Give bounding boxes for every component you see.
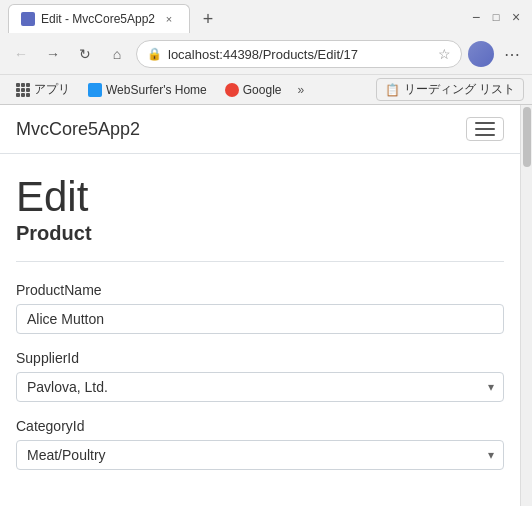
apps-icon — [16, 83, 30, 97]
apps-label: アプリ — [34, 81, 70, 98]
websurfer-label: WebSurfer's Home — [106, 83, 207, 97]
bookmark-apps[interactable]: アプリ — [8, 78, 78, 101]
reading-list-label: リーディング リスト — [404, 81, 515, 98]
minimize-button[interactable]: − — [468, 9, 484, 25]
tab-close-button[interactable]: × — [161, 11, 177, 27]
category-id-label: CategoryId — [16, 418, 504, 434]
page-subtitle: Product — [16, 222, 504, 245]
category-id-select-wrapper: Meat/Poultry ▾ — [16, 440, 504, 470]
reading-list-button[interactable]: 📋 リーディング リスト — [376, 78, 524, 101]
reading-list-icon: 📋 — [385, 83, 400, 97]
bookmark-star-icon[interactable]: ☆ — [438, 46, 451, 62]
browser-chrome: Edit - MvcCore5App2 × + − □ × ← → ↻ ⌂ 🔒 … — [0, 0, 532, 105]
app-content: MvcCore5App2 Edit Product ProductName Su… — [0, 105, 520, 506]
page-title: Edit — [16, 174, 504, 220]
tab-bar: Edit - MvcCore5App2 × + — [8, 1, 462, 33]
forward-button[interactable]: → — [40, 41, 66, 67]
supplier-id-select-wrapper: Pavlova, Ltd. ▾ — [16, 372, 504, 402]
product-name-input[interactable] — [16, 304, 504, 334]
product-name-group: ProductName — [16, 282, 504, 334]
content-wrapper: MvcCore5App2 Edit Product ProductName Su… — [0, 105, 532, 506]
maximize-button[interactable]: □ — [488, 9, 504, 25]
scrollbar-thumb[interactable] — [523, 107, 531, 167]
websurfer-favicon — [88, 83, 102, 97]
tab-favicon — [21, 12, 35, 26]
bookmarks-more-button[interactable]: » — [291, 80, 310, 100]
category-id-select[interactable]: Meat/Poultry — [16, 440, 504, 470]
supplier-id-select[interactable]: Pavlova, Ltd. — [16, 372, 504, 402]
address-bar-row: ← → ↻ ⌂ 🔒 localhost:44398/Products/Edit/… — [0, 34, 532, 74]
title-bar: Edit - MvcCore5App2 × + − □ × — [0, 0, 532, 34]
toggler-bar-2 — [475, 128, 495, 130]
back-button[interactable]: ← — [8, 41, 34, 67]
address-box[interactable]: 🔒 localhost:44398/Products/Edit/17 ☆ — [136, 40, 462, 68]
category-id-group: CategoryId Meat/Poultry ▾ — [16, 418, 504, 470]
toggler-bar-3 — [475, 134, 495, 136]
navbar: MvcCore5App2 — [0, 105, 520, 154]
supplier-id-group: SupplierId Pavlova, Ltd. ▾ — [16, 350, 504, 402]
scrollbar-track[interactable] — [520, 105, 532, 506]
close-button[interactable]: × — [508, 9, 524, 25]
bookmarks-bar: アプリ WebSurfer's Home Google » 📋 リーディング リ… — [0, 74, 532, 104]
url-text: localhost:44398/Products/Edit/17 — [168, 47, 432, 62]
bookmark-google[interactable]: Google — [217, 80, 290, 100]
active-tab[interactable]: Edit - MvcCore5App2 × — [8, 4, 190, 33]
toggler-bar-1 — [475, 122, 495, 124]
navbar-brand: MvcCore5App2 — [16, 119, 140, 140]
product-name-label: ProductName — [16, 282, 504, 298]
page-content: Edit Product ProductName SupplierId Pavl… — [0, 154, 520, 506]
profile-icon[interactable] — [468, 41, 494, 67]
new-tab-button[interactable]: + — [194, 5, 222, 33]
browser-menu-button[interactable]: ⋯ — [500, 43, 524, 66]
bookmark-websurfer[interactable]: WebSurfer's Home — [80, 80, 215, 100]
navbar-toggler-button[interactable] — [466, 117, 504, 141]
refresh-button[interactable]: ↻ — [72, 41, 98, 67]
home-button[interactable]: ⌂ — [104, 41, 130, 67]
supplier-id-label: SupplierId — [16, 350, 504, 366]
window-controls: − □ × — [468, 9, 524, 25]
lock-icon: 🔒 — [147, 47, 162, 61]
divider — [16, 261, 504, 262]
google-label: Google — [243, 83, 282, 97]
tab-title: Edit - MvcCore5App2 — [41, 12, 155, 26]
google-favicon — [225, 83, 239, 97]
